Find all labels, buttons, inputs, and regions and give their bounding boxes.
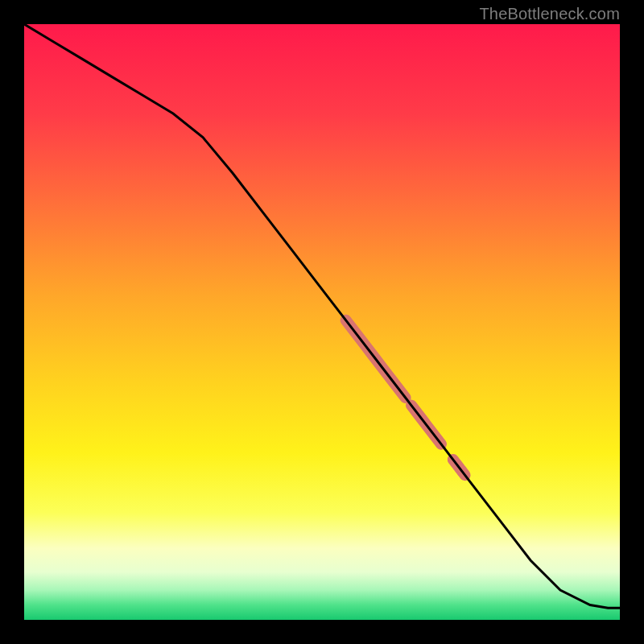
curve-layer — [24, 24, 620, 620]
plot-area — [24, 24, 620, 620]
outer-frame: TheBottleneck.com — [0, 0, 644, 644]
bottleneck-curve — [24, 24, 620, 608]
watermark-text: TheBottleneck.com — [479, 5, 620, 23]
